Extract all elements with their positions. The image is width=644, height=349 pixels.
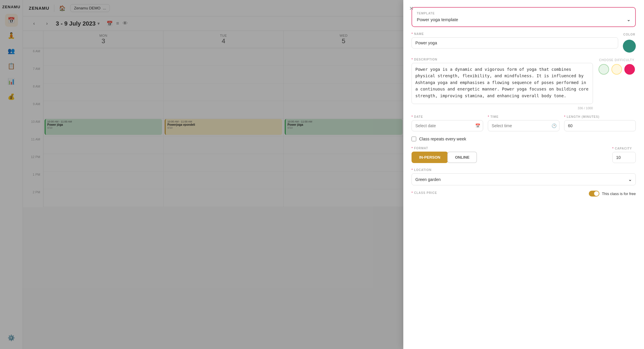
format-label: FORMAT <box>412 147 605 150</box>
capacity-label: CAPACITY <box>612 147 636 150</box>
free-class-label: This class is for free <box>602 192 636 196</box>
template-section: TEMPLATE Power yoga template ⌄ <box>412 7 636 27</box>
template-label: TEMPLATE <box>417 12 630 15</box>
difficulty-group: CHOOSE DIFFICULTY <box>598 58 636 110</box>
free-toggle[interactable] <box>589 191 599 197</box>
length-label: LENGTH (MINUTES) <box>564 115 636 118</box>
template-dropdown-icon: ⌄ <box>627 17 630 22</box>
date-label: DATE <box>412 115 483 118</box>
date-input-wrapper: 📅 <box>412 120 483 131</box>
toggle-knob <box>594 191 599 196</box>
format-online-button[interactable]: ONLINE <box>447 152 477 163</box>
difficulty-circles <box>598 64 636 75</box>
repeat-label: Class repeats every week <box>419 137 466 141</box>
description-textarea[interactable]: Power yoga is a dynamic and vigorous for… <box>412 63 593 104</box>
color-picker-button[interactable] <box>623 40 636 53</box>
location-select[interactable]: Green garden ⌄ <box>412 173 636 185</box>
name-label: NAME <box>412 32 618 36</box>
length-group: LENGTH (MINUTES) <box>564 115 636 131</box>
format-capacity-row: FORMAT IN-PERSON ONLINE CAPACITY <box>412 147 636 163</box>
template-select-wrapper: Power yoga template ⌄ <box>417 17 630 22</box>
class-price-label: CLASS PRICE <box>412 191 437 194</box>
class-price-group: CLASS PRICE This class is for free <box>412 191 636 197</box>
description-label: DESCRIPTION <box>412 58 593 61</box>
description-difficulty-row: DESCRIPTION Power yoga is a dynamic and … <box>412 58 636 110</box>
price-row: CLASS PRICE This class is for free <box>412 191 636 197</box>
length-input[interactable] <box>564 120 636 131</box>
name-input[interactable] <box>412 37 618 48</box>
capacity-group: CAPACITY <box>612 147 636 163</box>
difficulty-easy[interactable] <box>599 64 609 75</box>
repeat-row: Class repeats every week <box>412 137 636 141</box>
name-group: NAME <box>412 32 618 48</box>
repeat-checkbox[interactable] <box>412 137 416 141</box>
color-label: COLOR <box>623 33 635 36</box>
date-group: DATE 📅 <box>412 115 483 131</box>
modal-close-button[interactable]: ✕ <box>409 5 414 12</box>
time-input-wrapper: 🕐 <box>488 120 559 131</box>
modal-overlay: ✕ TEMPLATE Power yoga template ⌄ NAME CO… <box>0 0 644 349</box>
format-buttons: IN-PERSON ONLINE <box>412 152 605 163</box>
date-time-length-row: DATE 📅 TIME 🕐 LENGTH (MINUTES) <box>412 115 636 131</box>
name-color-row: NAME COLOR <box>412 32 636 53</box>
format-in-person-button[interactable]: IN-PERSON <box>412 152 448 163</box>
description-group: DESCRIPTION Power yoga is a dynamic and … <box>412 58 593 110</box>
location-group: LOCATION Green garden ⌄ <box>412 168 636 185</box>
time-input[interactable] <box>488 120 559 131</box>
char-count: 336 / 1000 <box>412 106 593 110</box>
time-label: TIME <box>488 115 559 118</box>
date-input[interactable] <box>412 120 483 131</box>
location-value: Green garden <box>415 177 441 182</box>
time-group: TIME 🕐 <box>488 115 559 131</box>
create-class-modal: ✕ TEMPLATE Power yoga template ⌄ NAME CO… <box>403 0 644 349</box>
difficulty-label: CHOOSE DIFFICULTY <box>598 58 636 62</box>
color-group: COLOR <box>623 32 636 53</box>
capacity-input[interactable] <box>612 152 636 163</box>
free-toggle-group: This class is for free <box>589 191 636 197</box>
location-label: LOCATION <box>412 168 636 172</box>
difficulty-medium[interactable] <box>611 64 622 75</box>
difficulty-hard[interactable] <box>624 64 635 75</box>
format-group: FORMAT IN-PERSON ONLINE <box>412 147 605 163</box>
template-select[interactable]: Power yoga template <box>417 17 627 22</box>
location-dropdown-icon: ⌄ <box>628 177 632 182</box>
